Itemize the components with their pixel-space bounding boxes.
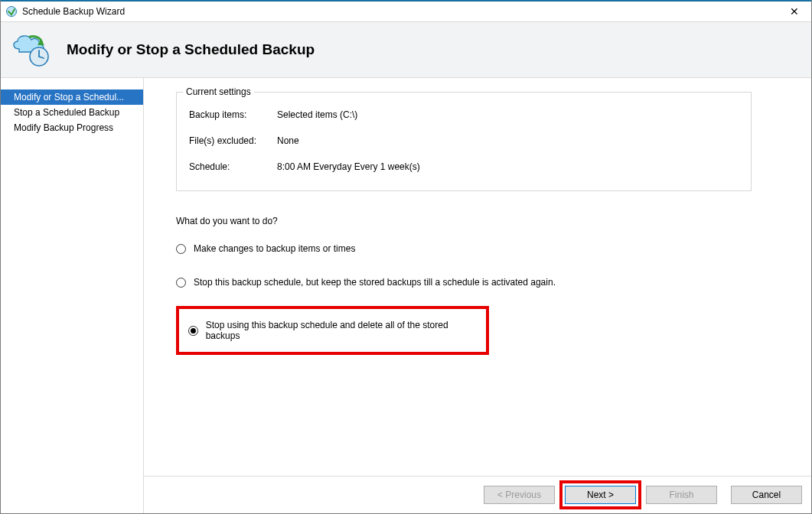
content: Current settings Backup items: Selected …: [144, 78, 811, 476]
next-button[interactable]: Next >: [565, 486, 636, 504]
setting-row-files-excluded: File(s) excluded: None: [189, 135, 739, 146]
setting-label: Schedule:: [189, 161, 262, 172]
page-title: Modify or Stop a Scheduled Backup: [67, 41, 315, 58]
option-make-changes[interactable]: Make changes to backup items or times: [176, 243, 779, 254]
option-label: Stop this backup schedule, but keep the …: [194, 277, 556, 288]
setting-row-backup-items: Backup items: Selected items (C:\): [189, 109, 739, 120]
sidebar-item-label: Modify Backup Progress: [14, 122, 113, 133]
step-sidebar: Modify or Stop a Schedul... Stop a Sched…: [1, 78, 144, 513]
titlebar-left: Schedule Backup Wizard: [5, 5, 125, 18]
button-label: Finish: [669, 490, 693, 500]
sidebar-step-modify-or-stop[interactable]: Modify or Stop a Schedul...: [1, 89, 143, 105]
button-label: Next >: [587, 490, 614, 500]
radio-icon: [176, 278, 186, 288]
wizard-window: Schedule Backup Wizard ✕ Modify or Stop …: [0, 0, 812, 514]
option-stop-keep-backups[interactable]: Stop this backup schedule, but keep the …: [176, 277, 779, 288]
option-stop-delete-backups[interactable]: Stop using this backup schedule and dele…: [188, 320, 477, 341]
sidebar-item-label: Modify or Stop a Schedul...: [14, 92, 124, 102]
window-title: Schedule Backup Wizard: [22, 6, 125, 17]
sidebar-step-stop-scheduled[interactable]: Stop a Scheduled Backup: [1, 105, 143, 120]
button-label: Cancel: [752, 490, 781, 500]
setting-label: Backup items:: [189, 109, 262, 120]
close-icon: ✕: [790, 5, 799, 18]
setting-value: None: [277, 135, 299, 146]
previous-button: < Previous: [484, 486, 555, 504]
titlebar: Schedule Backup Wizard ✕: [1, 0, 811, 22]
option-label: Stop using this backup schedule and dele…: [206, 320, 477, 341]
cancel-button[interactable]: Cancel: [731, 486, 802, 504]
backup-cloud-clock-icon: [8, 31, 53, 69]
setting-row-schedule: Schedule: 8:00 AM Everyday Every 1 week(…: [189, 161, 739, 172]
sidebar-step-modify-progress[interactable]: Modify Backup Progress: [1, 120, 143, 135]
question-text: What do you want to do?: [176, 216, 779, 226]
body: Modify or Stop a Schedul... Stop a Sched…: [1, 78, 811, 513]
button-label: < Previous: [497, 490, 541, 500]
radio-icon: [176, 244, 186, 254]
sidebar-item-label: Stop a Scheduled Backup: [14, 107, 119, 118]
current-settings-legend: Current settings: [183, 86, 254, 97]
highlight-selected-option: Stop using this backup schedule and dele…: [176, 306, 489, 355]
finish-button: Finish: [646, 486, 717, 504]
setting-label: File(s) excluded:: [189, 135, 262, 146]
option-label: Make changes to backup items or times: [194, 243, 355, 254]
radio-icon: [188, 326, 198, 336]
setting-value: 8:00 AM Everyday Every 1 week(s): [277, 161, 420, 172]
close-button[interactable]: ✕: [777, 1, 811, 22]
highlight-next-button: Next >: [559, 480, 641, 509]
setting-value: Selected items (C:\): [277, 109, 357, 120]
app-icon: [5, 5, 18, 18]
header-band: Modify or Stop a Scheduled Backup: [1, 22, 811, 78]
wizard-footer: < Previous Next > Finish Cancel: [144, 476, 811, 513]
main: Current settings Backup items: Selected …: [144, 78, 811, 513]
current-settings-group: Current settings Backup items: Selected …: [176, 92, 752, 191]
